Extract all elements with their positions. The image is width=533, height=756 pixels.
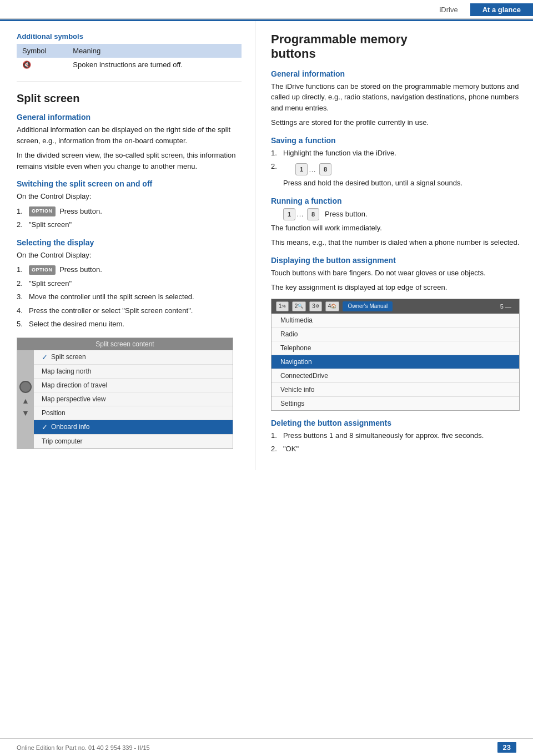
step-text: Highlight the function via the iDrive. bbox=[283, 148, 520, 159]
ssc-knob[interactable] bbox=[19, 381, 32, 393]
deleting-steps-list: 1. Press buttons 1 and 8 simultaneously … bbox=[271, 430, 520, 455]
split-screen-content-widget: Split screen content ▲ ▼ ✓ Split screen … bbox=[17, 337, 233, 449]
footer-text: Online Edition for Part no. 01 40 2 954 … bbox=[17, 744, 150, 751]
ssc-item-map-north[interactable]: Map facing north bbox=[34, 365, 233, 379]
symbol-cell: 🔇 bbox=[17, 58, 67, 72]
option-button-icon: OPTION bbox=[29, 206, 56, 216]
split-screen-general-info-text1: Additional information can be displayed … bbox=[17, 124, 242, 146]
bad-btn-2[interactable]: 2🔍 bbox=[292, 301, 306, 311]
ssc-item-onboard-info[interactable]: ✓ Onboard info bbox=[34, 420, 233, 435]
ssc-body: ▲ ▼ ✓ Split screen Map facing north Map … bbox=[17, 350, 233, 448]
step-num: 1. bbox=[271, 148, 283, 159]
displaying-text1: Touch buttons with bare fingers. Do not … bbox=[271, 268, 520, 279]
displaying-title: Displaying the button assignment bbox=[271, 256, 520, 265]
step-text: "Split screen" bbox=[29, 219, 242, 230]
selecting-text: On the Control Display: bbox=[17, 250, 242, 261]
ssc-item-map-perspective[interactable]: Map perspective view bbox=[34, 392, 233, 406]
list-item: 1. OPTION Press button. bbox=[17, 264, 242, 275]
mem-btn-1: 1 bbox=[295, 163, 308, 175]
step-text: Move the controller until the split scre… bbox=[29, 291, 242, 303]
split-screen-general-info-title: General information bbox=[17, 113, 242, 122]
additional-symbols-title: Additional symbols bbox=[17, 32, 242, 41]
bad-menu-item-telephone[interactable]: Telephone bbox=[271, 341, 519, 355]
step-text: OPTION Press button. bbox=[29, 206, 242, 217]
header-tabs: iDrive At a glance bbox=[427, 3, 533, 16]
prog-general-info-text1: The iDrive functions can be stored on th… bbox=[271, 81, 520, 114]
step-num: 2. bbox=[17, 219, 29, 230]
selecting-title: Selecting the display bbox=[17, 238, 242, 247]
symbols-table: Symbol Meaning 🔇 Spoken instructions are… bbox=[17, 44, 242, 72]
split-screen-general-info-text2: In the divided screen view, the so-calle… bbox=[17, 150, 242, 172]
ssc-menu-list: ✓ Split screen Map facing north Map dire… bbox=[34, 350, 233, 448]
step-num: 1. bbox=[271, 430, 283, 441]
step-num: 1. bbox=[17, 264, 29, 275]
run-mem-btn-8: 8 bbox=[307, 208, 319, 220]
button-assignment-display: 1% 2🔍 3⚙ 4🏠 Owner's Manual 5 — Multimedi… bbox=[271, 299, 520, 411]
bad-menu-item-radio[interactable]: Radio bbox=[271, 327, 519, 341]
run-mem-btn-1: 1 bbox=[283, 208, 295, 220]
step-text: 1 … 8 Press and hold the desired button,… bbox=[283, 161, 520, 189]
ssc-header-label: Split screen content bbox=[17, 338, 233, 350]
memory-buttons-row: 1 … 8 bbox=[295, 163, 520, 175]
table-row: 🔇 Spoken instructions are turned off. bbox=[17, 58, 242, 72]
option-button-icon: OPTION bbox=[29, 265, 56, 275]
list-item: 1. OPTION Press button. bbox=[17, 206, 242, 217]
displaying-text2: The key assignment is displayed at top e… bbox=[271, 282, 520, 293]
list-item: 2. "OK" bbox=[271, 443, 520, 455]
running-text1: Press button. bbox=[325, 210, 368, 218]
run-mem-btn-dots: … bbox=[296, 210, 304, 218]
bad-btn-3[interactable]: 3⚙ bbox=[309, 301, 322, 311]
page-footer: Online Edition for Part no. 01 40 2 954 … bbox=[0, 738, 533, 756]
bad-menu-item-vehicle-info[interactable]: Vehicle info bbox=[271, 383, 519, 397]
bad-menu-item-navigation[interactable]: Navigation bbox=[271, 355, 519, 369]
symbols-table-header-symbol: Symbol bbox=[17, 44, 67, 58]
deleting-title: Deleting the button assignments bbox=[271, 419, 520, 427]
step-text: "OK" bbox=[283, 443, 520, 455]
check-icon: ✓ bbox=[42, 423, 48, 431]
bad-btn-manual[interactable]: Owner's Manual bbox=[343, 301, 393, 311]
saving-steps-list: 1. Highlight the function via the iDrive… bbox=[271, 148, 520, 189]
prog-memory-title: Programmable memory buttons bbox=[271, 32, 520, 62]
step-num: 5. bbox=[17, 319, 29, 330]
bad-menu-item-connecteddrive[interactable]: ConnectedDrive bbox=[271, 369, 519, 383]
list-item: 5. Select the desired menu item. bbox=[17, 319, 242, 330]
tab-idrive[interactable]: iDrive bbox=[427, 3, 470, 16]
step-num: 3. bbox=[17, 291, 29, 303]
ssc-arrow-up[interactable]: ▲ bbox=[22, 396, 29, 405]
step-text: Press buttons 1 and 8 simultaneously for… bbox=[283, 430, 520, 441]
list-item: 2. "Split screen" bbox=[17, 278, 242, 289]
ssc-item-position[interactable]: Position bbox=[34, 406, 233, 420]
running-function-title: Running a function bbox=[271, 196, 520, 205]
ssc-item-map-direction[interactable]: Map direction of travel bbox=[34, 379, 233, 392]
ssc-arrow-down[interactable]: ▼ bbox=[22, 409, 29, 417]
bad-menu-list: Multimedia Radio Telephone Navigation Co… bbox=[271, 314, 519, 410]
step-num: 1. bbox=[17, 206, 29, 217]
step-text: OPTION Press button. bbox=[29, 264, 242, 275]
step-num: 2. bbox=[17, 278, 29, 289]
prog-general-info-text2: Settings are stored for the profile curr… bbox=[271, 117, 520, 128]
switching-text: On the Control Display: bbox=[17, 191, 242, 202]
step-num: 4. bbox=[17, 305, 29, 316]
tab-at-a-glance[interactable]: At a glance bbox=[470, 3, 533, 16]
list-item: 3. Move the controller until the split s… bbox=[17, 291, 242, 303]
list-item: 1. Press buttons 1 and 8 simultaneously … bbox=[271, 430, 520, 441]
meaning-cell: Spoken instructions are turned off. bbox=[67, 58, 242, 72]
step-text: Select the desired menu item. bbox=[29, 319, 242, 330]
mem-btn-8: 8 bbox=[319, 163, 331, 175]
right-column: Programmable memory buttons General info… bbox=[255, 21, 533, 470]
running-mem-btn-row: 1 … 8 Press button. bbox=[283, 208, 520, 220]
ssc-item-split-screen[interactable]: ✓ Split screen bbox=[34, 350, 233, 365]
page-header: iDrive At a glance bbox=[0, 0, 533, 19]
bad-menu-item-settings[interactable]: Settings bbox=[271, 397, 519, 410]
list-item: 1. Highlight the function via the iDrive… bbox=[271, 148, 520, 159]
mem-btn-dots: … bbox=[309, 164, 316, 175]
bad-btn-1[interactable]: 1% bbox=[276, 301, 289, 311]
bad-header: 1% 2🔍 3⚙ 4🏠 Owner's Manual 5 — bbox=[271, 299, 519, 314]
step-num: 2. bbox=[271, 443, 283, 455]
ssc-item-trip-computer[interactable]: Trip computer bbox=[34, 435, 233, 448]
switching-steps-list: 1. OPTION Press button. 2. "Split screen… bbox=[17, 206, 242, 230]
bad-menu-item-multimedia[interactable]: Multimedia bbox=[271, 314, 519, 327]
running-text3: This means, e.g., that the number is dia… bbox=[271, 237, 520, 248]
list-item: 2. 1 … 8 Press and hold the desired butt… bbox=[271, 161, 520, 189]
bad-btn-4[interactable]: 4🏠 bbox=[325, 301, 340, 311]
